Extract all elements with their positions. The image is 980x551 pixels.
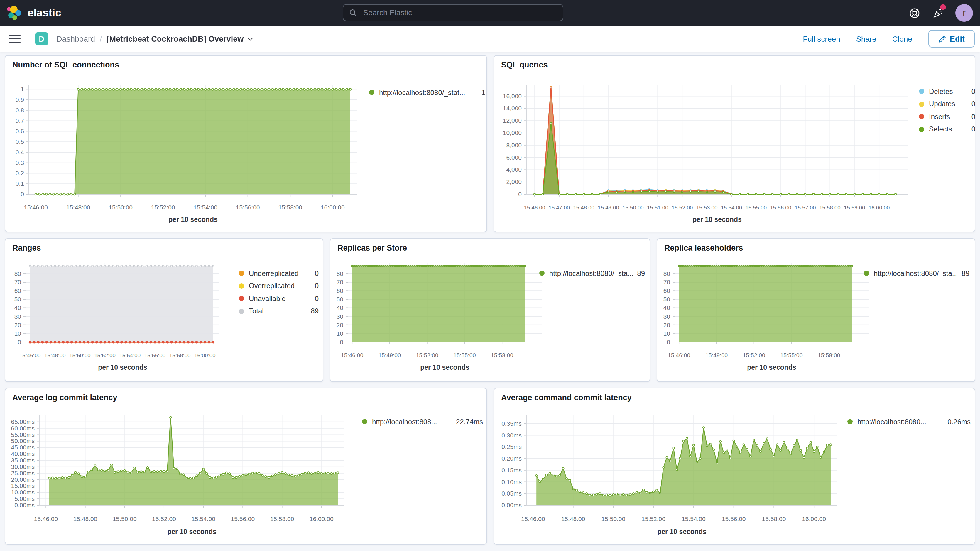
svg-text:0.3: 0.3 <box>16 159 24 166</box>
legend-swatch <box>919 114 924 119</box>
breadcrumb: Dashboard / [Metricbeat CockroachDB] Ove… <box>56 34 253 43</box>
svg-text:6,000: 6,000 <box>506 154 522 161</box>
svg-text:65.00ms: 65.00ms <box>11 418 35 425</box>
svg-text:0: 0 <box>18 339 21 346</box>
svg-text:30: 30 <box>14 313 21 320</box>
svg-text:40.00ms: 40.00ms <box>11 451 35 457</box>
legend-item[interactable]: Underreplicated0 <box>239 267 319 280</box>
svg-text:0: 0 <box>667 339 670 346</box>
legend-item[interactable]: http://localhost:808...22.74ms <box>362 416 483 428</box>
svg-text:0.5: 0.5 <box>16 138 24 145</box>
replica-leaseholders-chart[interactable]: 0102030405060708015:46:0015:49:0015:52:0… <box>657 239 975 381</box>
svg-text:15:54:00: 15:54:00 <box>682 516 706 522</box>
svg-text:0.15ms: 0.15ms <box>501 467 522 473</box>
brand-name: elastic <box>27 7 61 19</box>
legend-item[interactable]: Total89 <box>239 305 319 317</box>
clone-button[interactable]: Clone <box>892 34 912 43</box>
svg-text:15:57:00: 15:57:00 <box>795 204 816 211</box>
sql-connections-chart[interactable]: 10.90.80.70.60.50.40.30.20.1015:46:0015:… <box>5 56 487 232</box>
svg-text:0.25ms: 0.25ms <box>501 443 522 450</box>
chart-title: Replicas per Store <box>337 244 407 252</box>
svg-text:55.00ms: 55.00ms <box>11 431 35 438</box>
legend-label: Inserts <box>929 113 967 121</box>
share-button[interactable]: Share <box>856 34 877 43</box>
svg-text:0.10ms: 0.10ms <box>501 479 522 485</box>
svg-text:15:49:00: 15:49:00 <box>705 352 728 358</box>
svg-text:15:56:00: 15:56:00 <box>722 516 746 522</box>
chevron-down-icon <box>247 35 253 42</box>
legend-label: http://localhost:8080/_sta... <box>549 269 632 277</box>
svg-text:15:58:00: 15:58:00 <box>270 516 294 522</box>
svg-text:15:50:00: 15:50:00 <box>113 516 137 522</box>
breadcrumb-dashboard-link[interactable]: Dashboard <box>56 34 95 43</box>
svg-text:20.00ms: 20.00ms <box>11 476 35 483</box>
elastic-brand[interactable]: elastic <box>0 5 113 21</box>
panel-sql-connections: Number of SQL connections 10.90.80.70.60… <box>5 55 487 233</box>
legend-value: 22.74ms <box>456 418 483 426</box>
dashboard-space-badge[interactable]: D <box>35 32 48 45</box>
legend-item[interactable]: http://localhost:8080/_sta...89 <box>864 267 969 280</box>
menu-icon[interactable] <box>9 34 21 43</box>
elastic-logo-icon <box>7 5 22 21</box>
full-screen-button[interactable]: Full screen <box>803 34 840 43</box>
svg-text:per 10 seconds: per 10 seconds <box>657 528 706 535</box>
avg-command-commit-latency-chart[interactable]: 0.00ms0.05ms0.10ms0.15ms0.20ms0.25ms0.30… <box>494 389 975 544</box>
svg-text:30.00ms: 30.00ms <box>11 463 35 470</box>
legend-item[interactable]: Overreplicated0 <box>239 280 319 292</box>
svg-text:15:50:00: 15:50:00 <box>622 204 643 211</box>
legend-item[interactable]: http://localhost:8080/_stat...1 <box>369 86 485 99</box>
page-title[interactable]: [Metricbeat CockroachDB] Overview <box>107 34 254 43</box>
legend-item[interactable]: Updates0 <box>919 98 975 110</box>
panel-avg-log-commit-latency: Average log commit latency 0.00ms5.00ms1… <box>5 388 487 545</box>
search-input[interactable] <box>362 8 563 18</box>
svg-text:16,000: 16,000 <box>503 93 522 99</box>
newsfeed-icon[interactable] <box>932 7 943 19</box>
svg-text:15:46:00: 15:46:00 <box>19 352 40 358</box>
user-avatar[interactable]: r <box>955 4 973 22</box>
svg-text:80: 80 <box>663 270 670 277</box>
legend-value: 0.26ms <box>947 418 970 426</box>
help-icon[interactable] <box>908 7 920 19</box>
svg-text:15:55:00: 15:55:00 <box>746 204 767 211</box>
legend-label: http://localhost:8080/_stat... <box>379 89 477 97</box>
chart-title: Replica leaseholders <box>664 244 743 252</box>
legend: http://localhost:8080/_stat...1 <box>369 86 485 99</box>
svg-text:per 10 seconds: per 10 seconds <box>98 363 147 371</box>
svg-text:40: 40 <box>663 304 670 311</box>
global-search[interactable] <box>343 4 563 21</box>
edit-button[interactable]: Edit <box>928 30 975 48</box>
legend-item[interactable]: Inserts0 <box>919 110 975 123</box>
svg-text:0.20ms: 0.20ms <box>501 455 522 462</box>
panel-sql-queries: SQL queries 02,0004,0006,0008,00010,0001… <box>493 55 975 233</box>
replicas-per-store-chart[interactable]: 0102030405060708015:46:0015:49:0015:52:0… <box>330 239 650 381</box>
svg-text:16:00:00: 16:00:00 <box>321 204 345 211</box>
legend-label: Overreplicated <box>249 282 310 290</box>
svg-text:15:47:00: 15:47:00 <box>549 204 570 211</box>
svg-text:8,000: 8,000 <box>506 142 522 148</box>
svg-text:70: 70 <box>14 279 21 285</box>
svg-text:16:00:00: 16:00:00 <box>310 516 334 522</box>
chart-title: Ranges <box>12 244 41 252</box>
sql-queries-chart[interactable]: 02,0004,0006,0008,00010,00012,00014,0001… <box>494 56 975 232</box>
legend: Underreplicated0Overreplicated0Unavailab… <box>239 267 319 317</box>
legend-item[interactable]: Deletes0 <box>919 85 975 98</box>
svg-text:15:52:00: 15:52:00 <box>151 204 175 211</box>
svg-text:15:56:00: 15:56:00 <box>144 352 165 358</box>
svg-text:15:58:00: 15:58:00 <box>491 352 513 358</box>
svg-text:15:52:00: 15:52:00 <box>743 352 765 358</box>
svg-text:4,000: 4,000 <box>506 166 522 173</box>
avg-log-commit-latency-chart[interactable]: 0.00ms5.00ms10.00ms15.00ms20.00ms25.00ms… <box>5 389 487 544</box>
chart-title: Number of SQL connections <box>12 61 119 69</box>
legend-label: http://localhost:8080/_sta... <box>874 269 957 277</box>
legend-item[interactable]: Selects0 <box>919 123 975 135</box>
legend-value: 0 <box>972 113 975 121</box>
legend-swatch <box>864 271 869 276</box>
svg-text:per 10 seconds: per 10 seconds <box>692 216 741 223</box>
svg-text:15:49:00: 15:49:00 <box>379 352 401 358</box>
legend-item[interactable]: Unavailable0 <box>239 292 319 305</box>
svg-text:5.00ms: 5.00ms <box>14 495 35 502</box>
legend-swatch <box>847 419 853 425</box>
legend-value: 1 <box>482 89 485 97</box>
legend-item[interactable]: http://localhost:8080/_sta...89 <box>539 267 645 280</box>
legend-item[interactable]: http://localhost:8080...0.26ms <box>847 416 970 428</box>
